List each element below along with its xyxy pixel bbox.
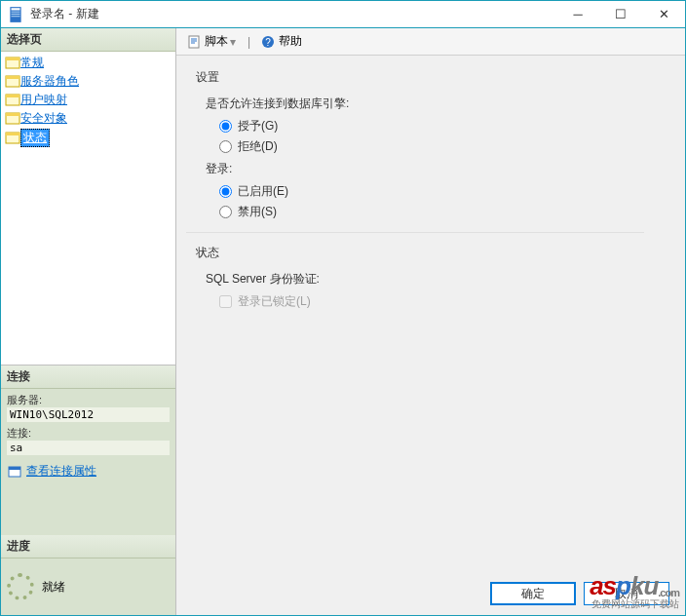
sidebar: 选择页 常规 服务器角色 用户映射 安全对象 — [1, 28, 176, 615]
minimize-button[interactable]: ─ — [556, 1, 599, 27]
sidebar-item-label: 服务器角色 — [20, 73, 79, 90]
page-icon — [5, 56, 20, 71]
progress-block: 就绪 — [1, 558, 175, 615]
radio-enabled-label: 已启用(E) — [238, 183, 288, 200]
page-list: 常规 服务器角色 用户映射 安全对象 状态 — [1, 52, 175, 366]
title-bar: 登录名 - 新建 ─ ☐ ✕ — [1, 1, 685, 28]
dialog-body: 选择页 常规 服务器角色 用户映射 安全对象 — [1, 28, 685, 615]
sidebar-item-label: 用户映射 — [20, 92, 67, 108]
script-icon — [186, 34, 202, 50]
page-icon — [5, 131, 20, 146]
properties-icon — [7, 464, 22, 480]
server-label: 服务器: — [7, 391, 170, 407]
cancel-button[interactable]: 取消 — [584, 582, 669, 605]
radio-deny[interactable]: 拒绝(D) — [219, 138, 685, 155]
server-value: WIN10\SQL2012 — [7, 407, 170, 422]
sidebar-item-label: 常规 — [20, 55, 44, 71]
page-icon — [5, 74, 20, 90]
radio-grant[interactable]: 授予(G) — [219, 118, 685, 135]
radio-deny-label: 拒绝(D) — [238, 138, 278, 155]
content-area: 设置 是否允许连接到数据库引擎: 授予(G) 拒绝(D) 登录: 已启用(E) — [176, 56, 685, 615]
window-title: 登录名 - 新建 — [30, 6, 556, 22]
sidebar-item-label: 安全对象 — [20, 110, 67, 127]
page-icon — [5, 93, 20, 108]
help-icon: ? — [260, 34, 276, 50]
sqlauth-label: SQL Server 身份验证: — [206, 271, 685, 288]
page-icon — [5, 111, 20, 127]
radio-enabled-input[interactable] — [219, 185, 232, 198]
svg-rect-2 — [12, 11, 20, 12]
svg-text:?: ? — [265, 37, 271, 48]
permission-label: 是否允许连接到数据库引擎: — [206, 96, 685, 112]
radio-grant-label: 授予(G) — [238, 118, 278, 135]
conn-value: sa — [7, 441, 170, 455]
radio-enabled[interactable]: 已启用(E) — [219, 183, 685, 200]
help-label: 帮助 — [279, 33, 302, 50]
dialog-window: 登录名 - 新建 ─ ☐ ✕ 选择页 常规 服务器角色 用户映射 — [0, 0, 686, 616]
radio-grant-input[interactable] — [219, 120, 232, 133]
sidebar-item-status[interactable]: 状态 — [1, 128, 175, 148]
window-controls: ─ ☐ ✕ — [556, 1, 685, 27]
radio-disabled-label: 禁用(S) — [238, 204, 277, 220]
sidebar-item-user-mapping[interactable]: 用户映射 — [1, 91, 175, 109]
svg-rect-1 — [12, 8, 20, 10]
app-icon — [7, 6, 24, 23]
toolbar-separator: | — [246, 35, 252, 49]
svg-rect-4 — [12, 16, 20, 17]
login-label: 登录: — [206, 161, 685, 177]
svg-rect-3 — [12, 13, 20, 14]
connection-header: 连接 — [1, 366, 175, 389]
checkbox-locked-input — [219, 295, 232, 308]
ok-button[interactable]: 确定 — [490, 582, 576, 605]
radio-disabled[interactable]: 禁用(S) — [219, 204, 685, 220]
svg-rect-12 — [6, 113, 19, 116]
maximize-button[interactable]: ☐ — [599, 1, 642, 27]
script-button[interactable]: 脚本 ▾ — [182, 31, 242, 52]
view-connection-props[interactable]: 查看连接属性 — [1, 459, 175, 483]
button-bar: 确定 取消 — [490, 582, 669, 605]
checkbox-locked: 登录已锁定(L) — [219, 293, 685, 310]
close-button[interactable]: ✕ — [642, 1, 685, 27]
dropdown-arrow-icon: ▾ — [228, 35, 238, 49]
help-button[interactable]: ? 帮助 — [256, 31, 306, 52]
settings-section-title: 设置 — [196, 69, 685, 86]
svg-rect-10 — [6, 95, 19, 97]
progress-status: 就绪 — [42, 579, 65, 596]
sidebar-item-securables[interactable]: 安全对象 — [1, 109, 175, 128]
view-connection-props-link[interactable]: 查看连接属性 — [26, 463, 96, 480]
progress-header: 进度 — [1, 535, 175, 558]
radio-disabled-input[interactable] — [219, 206, 232, 218]
connection-info: 服务器: WIN10\SQL2012 连接: sa — [1, 389, 175, 459]
progress-spinner-icon — [7, 573, 34, 600]
svg-rect-6 — [6, 58, 19, 60]
svg-rect-16 — [9, 467, 20, 470]
svg-rect-8 — [6, 76, 19, 79]
svg-rect-14 — [6, 133, 19, 135]
checkbox-locked-label: 登录已锁定(L) — [238, 293, 311, 310]
conn-label: 连接: — [7, 424, 170, 441]
radio-deny-input[interactable] — [219, 140, 232, 153]
sidebar-item-label: 状态 — [20, 129, 50, 147]
sidebar-item-general[interactable]: 常规 — [1, 54, 175, 72]
select-page-header: 选择页 — [1, 28, 175, 52]
toolbar: 脚本 ▾ | ? 帮助 — [176, 28, 685, 56]
main-panel: 脚本 ▾ | ? 帮助 设置 是否允许连接到数据库引擎: 授予(G) — [176, 28, 685, 615]
sidebar-item-server-roles[interactable]: 服务器角色 — [1, 72, 175, 91]
script-label: 脚本 — [205, 33, 228, 50]
svg-rect-17 — [189, 36, 199, 48]
status-section-title: 状态 — [196, 245, 685, 261]
section-divider — [186, 232, 644, 233]
